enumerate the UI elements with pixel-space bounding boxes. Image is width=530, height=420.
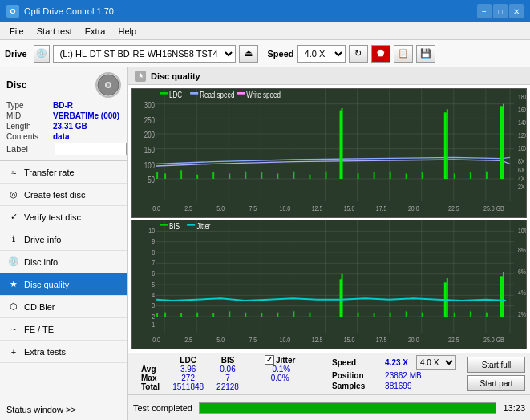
svg-rect-25 — [196, 175, 198, 179]
svg-rect-115 — [358, 313, 359, 317]
svg-rect-112 — [309, 313, 310, 317]
type-label: Type — [6, 101, 53, 110]
svg-text:6%: 6% — [518, 268, 526, 276]
sidebar-item-create-test-disc[interactable]: ◎ Create test disc — [0, 184, 127, 206]
svg-rect-30 — [277, 173, 278, 179]
speed-select[interactable]: 4.0 X — [297, 45, 346, 63]
maximize-button[interactable]: □ — [493, 4, 508, 18]
svg-text:10X: 10X — [518, 144, 526, 152]
max-bis: 7 — [210, 374, 245, 382]
svg-text:Read speed: Read speed — [200, 89, 234, 99]
sidebar-item-drive-info[interactable]: ℹ Drive info — [0, 228, 127, 251]
sidebar-item-verify-test-disc[interactable]: ✓ Verify test disc — [0, 206, 127, 228]
svg-text:2%: 2% — [518, 310, 526, 318]
menu-start-test[interactable]: Start test — [30, 25, 79, 38]
svg-rect-155 — [187, 224, 195, 226]
svg-rect-125 — [500, 276, 503, 317]
sidebar-item-transfer-rate[interactable]: ≈ Transfer rate — [0, 161, 127, 184]
total-label: Total — [135, 382, 166, 391]
svg-text:25.0 GB: 25.0 GB — [483, 336, 504, 344]
svg-rect-153 — [160, 224, 168, 226]
svg-rect-122 — [454, 313, 455, 317]
svg-text:250: 250 — [144, 115, 155, 124]
content-area: ★ Disc quality — [128, 67, 530, 420]
speed-stat-select[interactable]: 4.0 X — [416, 355, 456, 370]
svg-rect-26 — [212, 172, 214, 179]
svg-rect-42 — [447, 109, 448, 179]
sidebar: Disc Type BD-R MID VERBATIMe (000) Leng — [0, 67, 128, 420]
svg-text:2X: 2X — [518, 183, 525, 191]
svg-rect-33 — [325, 172, 326, 179]
svg-text:8%: 8% — [518, 246, 526, 254]
svg-rect-78 — [237, 92, 245, 95]
info-button[interactable]: 📋 — [394, 45, 413, 63]
drive-label: Drive — [5, 49, 27, 59]
svg-text:0.0: 0.0 — [152, 336, 160, 344]
status-window-label: Status window >> — [6, 405, 76, 414]
sidebar-label-cd-bier: CD Bier — [24, 302, 55, 312]
sidebar-label-drive-info: Drive info — [24, 235, 61, 244]
svg-text:6X: 6X — [518, 166, 525, 174]
svg-rect-44 — [470, 172, 471, 179]
svg-text:0.0: 0.0 — [152, 204, 160, 212]
svg-text:5.0: 5.0 — [216, 336, 225, 344]
svg-text:22.5: 22.5 — [448, 336, 459, 344]
toolbar: Drive 💿 (L:) HL-DT-ST BD-RE WH16NS58 TST… — [0, 40, 530, 67]
time-text: 13:23 — [503, 403, 525, 413]
svg-rect-23 — [164, 173, 166, 179]
svg-rect-118 — [406, 311, 407, 317]
label-input[interactable] — [55, 143, 127, 155]
svg-rect-31 — [293, 172, 294, 179]
menu-help[interactable]: Help — [111, 25, 143, 38]
svg-rect-38 — [390, 172, 391, 179]
transfer-rate-icon: ≈ — [8, 167, 19, 178]
status-text: Test completed — [133, 403, 192, 413]
svg-rect-35 — [342, 108, 343, 179]
status-window-button[interactable]: Status window >> — [0, 398, 127, 420]
svg-text:300: 300 — [144, 100, 155, 110]
drive-select[interactable]: (L:) HL-DT-ST BD-RE WH16NS58 TST4 — [53, 45, 236, 63]
sidebar-item-cd-bier[interactable]: ⬡ CD Bier — [0, 296, 127, 318]
svg-rect-109 — [261, 313, 262, 317]
speed-label: Speed — [268, 49, 294, 59]
menu-bar: File Start test Extra Help — [0, 22, 530, 40]
svg-text:BIS: BIS — [169, 220, 180, 230]
svg-text:10.0: 10.0 — [280, 336, 291, 344]
settings-button[interactable]: ⬟ — [371, 45, 390, 63]
start-full-button[interactable]: Start full — [467, 357, 525, 373]
svg-text:100: 100 — [144, 160, 155, 169]
start-part-button[interactable]: Start part — [467, 375, 525, 391]
svg-rect-110 — [277, 313, 278, 317]
menu-file[interactable]: File — [3, 25, 30, 38]
eject-button[interactable]: ⏏ — [239, 45, 258, 63]
svg-text:6: 6 — [152, 269, 155, 277]
svg-text:Write speed: Write speed — [246, 89, 281, 99]
svg-text:17.5: 17.5 — [376, 336, 387, 344]
sidebar-item-disc-info[interactable]: 💿 Disc info — [0, 251, 127, 273]
action-buttons: Start full Start part — [463, 353, 530, 394]
refresh-button[interactable]: ↻ — [349, 45, 368, 63]
save-button[interactable]: 💾 — [416, 45, 435, 63]
jitter-checkbox[interactable]: ✓ — [265, 355, 274, 365]
sidebar-item-disc-quality[interactable]: ★ Disc quality — [0, 273, 127, 296]
svg-rect-28 — [245, 172, 246, 179]
svg-rect-124 — [486, 313, 488, 317]
sidebar-label-fe-te: FE / TE — [24, 325, 54, 334]
close-button[interactable]: ✕ — [509, 4, 524, 18]
sidebar-item-fe-te[interactable]: ~ FE / TE — [0, 318, 127, 341]
speed-stat-value: 4.23 X — [385, 358, 408, 367]
disc-quality-title: Disc quality — [151, 71, 200, 81]
minimize-button[interactable]: − — [477, 4, 492, 18]
svg-text:9: 9 — [152, 237, 155, 245]
menu-extra[interactable]: Extra — [79, 25, 112, 38]
svg-rect-37 — [374, 172, 375, 179]
speed-stat-label: Speed — [332, 358, 380, 367]
svg-rect-102 — [156, 313, 158, 317]
verify-test-disc-icon: ✓ — [8, 212, 19, 223]
bis-jitter-chart: 10 9 8 7 6 5 4 3 2 1 10% 8% 6% 4% 2% — [131, 220, 527, 349]
sidebar-item-extra-tests[interactable]: + Extra tests — [0, 341, 127, 363]
contents-value: data — [53, 132, 70, 141]
bis-chart-svg: 10 9 8 7 6 5 4 3 2 1 10% 8% 6% 4% 2% — [132, 220, 526, 349]
fe-te-icon: ~ — [8, 324, 19, 335]
stats-section: LDC BIS ✓ Jitter — [128, 353, 530, 394]
